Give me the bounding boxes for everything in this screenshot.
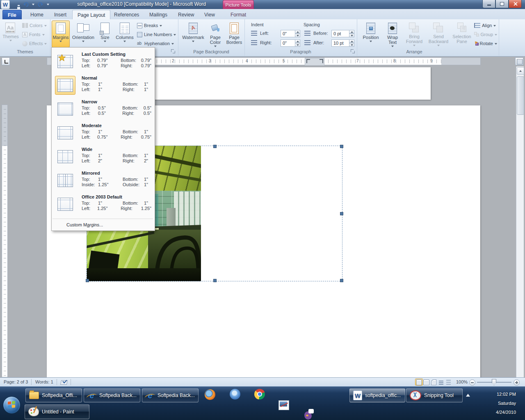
taskbar-button-word[interactable]: W softpedia_offic...	[349, 388, 405, 402]
proofing-status-icon[interactable]	[61, 379, 68, 385]
rotate-button[interactable]: Rotate	[474, 39, 497, 48]
first-line-indent-marker[interactable]	[306, 59, 310, 63]
tab-stop-selector[interactable]	[2, 57, 10, 65]
undo-button[interactable]	[22, 1, 30, 8]
menu-item-mirrored[interactable]: Mirrored Top:1"Bottom:1" Inside:1.25"Out…	[53, 169, 153, 192]
indent-right-spinner[interactable]	[295, 39, 300, 47]
tab-format[interactable]: Format	[226, 10, 251, 19]
tray-expand-icon[interactable]	[466, 394, 470, 397]
taskbar-clock[interactable]: 12:02 PM Saturday 4/24/2010	[487, 387, 522, 420]
selection-handle[interactable]	[213, 145, 217, 148]
page-indicator[interactable]: Page: 2 of 3	[4, 379, 28, 384]
menu-item-wide[interactable]: Wide Top:1"Bottom:1" Left:2"Right:2"	[53, 145, 153, 169]
vertical-scrollbar[interactable]	[516, 66, 524, 377]
draft-view-button[interactable]	[445, 379, 452, 386]
menu-item-last-custom-setting[interactable]: Last Custom Setting Top:0.79"Bottom:0.79…	[53, 50, 153, 73]
selection-handle[interactable]	[340, 145, 343, 148]
menu-item-normal[interactable]: Normal Top:1"Bottom:1" Left:1"Right:1"	[53, 73, 153, 97]
page-setup-dialog-launcher[interactable]	[171, 49, 176, 54]
spacing-before-field[interactable]: 0 pt	[331, 30, 349, 37]
pidgin-icon[interactable]	[304, 409, 313, 420]
ruler-toggle-button[interactable]	[515, 57, 523, 65]
indent-left-field[interactable]: 0"	[281, 30, 295, 37]
watermark-button[interactable]: A Watermark	[180, 21, 206, 48]
start-button[interactable]	[3, 396, 21, 414]
tab-mailings[interactable]: Mailings	[144, 10, 172, 19]
menu-item-moderate[interactable]: Moderate Top:1"Bottom:1" Left:0.75"Right…	[53, 121, 153, 145]
firefox-icon[interactable]	[205, 389, 215, 400]
word-count[interactable]: Words: 1	[35, 379, 53, 384]
outline-view-button[interactable]	[437, 379, 445, 386]
tab-file[interactable]: File	[2, 10, 22, 20]
zoom-out-button[interactable]	[469, 379, 475, 386]
zoom-in-button[interactable]	[514, 379, 520, 386]
menu-item-custom-margins[interactable]: Custom Margins...	[53, 220, 153, 229]
spacing-after-label: After:	[313, 40, 324, 45]
hyphenation-button[interactable]: ab Hyphenation	[137, 39, 182, 48]
status-bar: Page: 2 of 3 Words: 1 100%	[0, 377, 525, 387]
tab-references[interactable]: References	[109, 10, 144, 19]
indent-left-spinner[interactable]	[295, 30, 300, 37]
wrap-text-icon	[388, 23, 397, 34]
scroll-up-button[interactable]	[517, 67, 524, 75]
selection-handle[interactable]	[340, 279, 343, 282]
redo-button[interactable]	[37, 1, 44, 8]
spacing-before-spinner[interactable]	[349, 30, 354, 37]
size-button[interactable]: Size	[97, 21, 113, 48]
page-borders-button[interactable]: Page Borders	[225, 21, 244, 48]
themes-button: Aa Themes	[2, 21, 20, 48]
position-button[interactable]: Position	[360, 21, 381, 48]
clock-time: 12:02 PM	[491, 392, 516, 397]
taskbar-button-ie-1[interactable]: e Softpedia Back...	[84, 388, 140, 402]
breaks-button[interactable]: Breaks	[137, 21, 182, 30]
customize-qat-arrow[interactable]	[47, 4, 49, 5]
word-app-icon[interactable]: W	[1, 0, 10, 9]
margins-button[interactable]: Margins	[52, 21, 70, 48]
restore-button[interactable]	[495, 0, 509, 8]
spacing-after-spinner[interactable]	[349, 39, 354, 47]
taskbar-button-folder[interactable]: Softpedia_Offi...	[25, 388, 82, 402]
indent-right-field[interactable]: 0"	[281, 39, 295, 47]
undo-dropdown-arrow[interactable]	[32, 4, 34, 5]
group-label-page-background: Page Background	[178, 49, 244, 54]
image-editor-icon[interactable]	[278, 400, 289, 410]
tab-page-layout[interactable]: Page Layout	[72, 10, 110, 20]
page-color-button[interactable]: Page Color	[207, 21, 224, 48]
plus-icon	[515, 381, 518, 384]
zoom-slider-thumb[interactable]	[492, 379, 496, 386]
print-layout-view-button[interactable]	[415, 379, 423, 386]
web-layout-view-button[interactable]	[430, 379, 438, 386]
menu-item-narrow[interactable]: Narrow Top:0.5"Bottom:0.5" Left:0.5"Righ…	[53, 97, 153, 121]
tab-review[interactable]: Review	[173, 10, 199, 19]
scrollbar-thumb[interactable]	[517, 76, 524, 115]
menu-item-office-2003-default[interactable]: Office 2003 Default Top:1"Bottom:1" Left…	[53, 192, 153, 216]
right-indent-marker[interactable]	[320, 59, 323, 63]
taskbar-button-paint[interactable]: Untitled - Paint	[25, 404, 89, 419]
paragraph-dialog-launcher[interactable]	[350, 49, 356, 54]
line-numbers-button[interactable]: Line Numbers	[137, 30, 182, 39]
taskbar-button-snipping-tool[interactable]: Snipping Tool	[406, 388, 463, 402]
theme-fonts-icon: A	[22, 32, 27, 37]
tab-insert[interactable]: Insert	[49, 10, 71, 19]
selection-handle[interactable]	[213, 279, 217, 282]
columns-button[interactable]: Columns	[115, 21, 135, 48]
spacing-after-field[interactable]: 10 pt	[331, 39, 349, 47]
tab-home[interactable]: Home	[25, 10, 48, 19]
chromium-icon[interactable]	[230, 389, 240, 399]
tab-view[interactable]: View	[199, 10, 220, 19]
selection-handle[interactable]	[340, 212, 343, 215]
save-button[interactable]	[12, 1, 20, 8]
taskbar-button-ie-2[interactable]: e Softpedia Back...	[142, 388, 199, 402]
minimize-button[interactable]	[482, 0, 495, 8]
indent-left-icon	[251, 31, 257, 36]
vertical-ruler[interactable]	[2, 105, 8, 377]
close-button[interactable]	[509, 0, 522, 8]
orientation-button[interactable]: Orientation	[71, 21, 95, 48]
align-icon	[474, 23, 480, 28]
fullscreen-reading-view-button[interactable]	[422, 379, 430, 386]
chrome-icon[interactable]	[254, 389, 265, 399]
wrap-text-button[interactable]: Wrap Text	[383, 21, 402, 48]
selection-handle[interactable]	[86, 279, 89, 282]
zoom-level[interactable]: 100%	[456, 379, 468, 384]
align-button[interactable]: Align	[474, 21, 497, 30]
